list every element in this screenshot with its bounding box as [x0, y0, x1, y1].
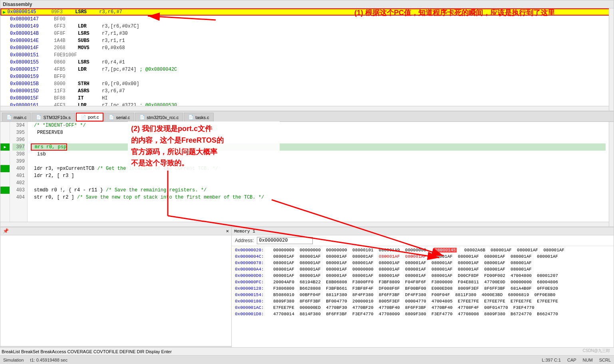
- code-line-398: isb: [31, 151, 606, 158]
- code-gutter: ▶: [0, 122, 10, 227]
- locals-panel: 📌 ✕ 📋 Call Stack + Locals 🗃 Memory 1: [0, 227, 232, 355]
- memory-row-5: 0x000000FC: 20004AF0 68194B22 E8B06808 F…: [235, 279, 610, 285]
- code-line-401: ldr r2, [ r3 ]: [31, 172, 606, 179]
- tab-stm32f10x-s[interactable]: 📄 STM32F10x.s: [32, 113, 75, 121]
- table-row[interactable]: 0x08000159 BFF0: [0, 73, 614, 80]
- status-time: t1: 0.45919488 sec: [30, 358, 68, 362]
- table-row[interactable]: 0x0800014B 0F8F LSRS r7,r1,#30: [0, 30, 614, 37]
- code-line-395: PRESERVE8: [31, 129, 606, 136]
- annotation-1: (1) 根据这个PC值，知道程序卡死的瞬间，应该是执行到了这里: [354, 8, 594, 18]
- tab-serial-c[interactable]: 📄 serial.c: [104, 113, 134, 121]
- table-row[interactable]: 0x0800014F 2068 MOVS r0,#0x68: [0, 44, 614, 52]
- tab-main-c[interactable]: 📄 main.c: [2, 113, 31, 121]
- table-row[interactable]: 0x0800015F BF88 IT HI: [0, 95, 614, 102]
- memory-row-7: 0x00000154: B5086010 00BFF04F 8811F380 8…: [235, 292, 610, 298]
- status-caps: CAP: [567, 358, 576, 362]
- disassembly-hscrollbar[interactable]: [0, 106, 609, 111]
- watermark: CSDN@九三郎: [583, 348, 610, 354]
- file-icon: 📄: [109, 115, 114, 120]
- code-line-403: stmdb r0 !, { r4 - r11 } /* Save the rem…: [31, 187, 606, 194]
- memory-content[interactable]: 0x00000020: 00000000 00000000 00000000 0…: [232, 246, 614, 355]
- status-simulation: Simulation: [3, 358, 24, 362]
- memory-address-input[interactable]: [257, 237, 313, 244]
- table-row[interactable]: 0x0800014E 1A4B SUBS r3,r1,r1: [0, 37, 614, 44]
- disasm-arrow: ▶: [3, 9, 6, 15]
- breaklist-text: BreakList BreakSet BreakAccess COVERAGE …: [2, 349, 172, 354]
- memory-row-9: 0x000001AC: E7FEE7FE 000000ED 4770BF30 4…: [235, 304, 610, 311]
- status-num: NUM: [583, 358, 593, 362]
- memory-panel: Memory 1 Address: 0x00000020: 00000000 0…: [232, 227, 614, 355]
- address-label: Address:: [235, 238, 254, 243]
- table-row[interactable]: 0x0800015D 11F3 ASRS r3,r6,#7: [0, 88, 614, 95]
- code-hscrollbar[interactable]: [0, 222, 609, 227]
- code-line-404: str r0, [ r2 ] /* Save the new top of st…: [31, 194, 606, 201]
- disassembly-vscrollbar[interactable]: [609, 8, 614, 111]
- file-icon: 📄: [36, 115, 42, 120]
- code-line-400: ldr r3, =pxCurrentTCB /* Get the locatio…: [31, 165, 606, 172]
- code-tab-bar: 📄 main.c 📄 STM32F10x.s 📄 port.c 📄 serial…: [0, 111, 614, 122]
- table-row[interactable]: 0x08000155 0860 LSRS r0,r4,#1: [0, 59, 614, 66]
- status-bar: Simulation t1: 0.45919488 sec L:397 C:1 …: [0, 355, 614, 364]
- disassembly-content[interactable]: ▶ 0x08000145 09F3 LSRS r3,r6,#7 0x080001…: [0, 8, 614, 111]
- bottom-area: 📌 ✕ 📋 Call Stack + Locals 🗃 Memory 1 Mem…: [0, 227, 614, 355]
- status-scrl: SCRL: [599, 358, 611, 362]
- close-icon[interactable]: ✕: [226, 228, 229, 234]
- annotation-2: (2) 我们发现是port.c文件的内容，这个是FreeRTOS的官方源码，所以…: [128, 121, 280, 171]
- memory-row-3: 0x000000A4: 080001AF 080001AF 080001AF 0…: [235, 266, 610, 273]
- memory-highlight-value: 08000145: [434, 248, 457, 253]
- file-icon: 📄: [81, 115, 86, 120]
- tab-stm32f10x-rcc-c[interactable]: 📄 stm32f10x_rcc.c: [135, 113, 183, 121]
- memory-address-bar: Address:: [232, 235, 614, 246]
- code-lines: /* *INDENT-OFF* */ PRESERVE8 mrs r0, psp…: [28, 122, 609, 227]
- status-location: L:397 C:1: [542, 358, 561, 362]
- code-content-area[interactable]: ▶ 394 395 396 397 398 399 400 401 402 40…: [0, 122, 614, 227]
- memory-row-0: 0x00000020: 00000000 00000000 00000000 0…: [235, 247, 610, 253]
- disassembly-titlebar: Disassembly: [0, 0, 614, 8]
- disassembly-title: Disassembly: [3, 2, 32, 7]
- disasm-mnem-0: LSRS: [75, 9, 99, 15]
- tab-port-c[interactable]: 📄 port.c: [76, 113, 104, 121]
- memory-titlebar: Memory 1: [232, 227, 614, 235]
- disasm-bytes-0: 09F3: [51, 9, 75, 15]
- code-line-396: [31, 136, 606, 143]
- breaklist-bar: BreakList BreakSet BreakAccess COVERAGE …: [0, 347, 614, 355]
- code-line-399: [31, 158, 606, 165]
- file-icon: 📄: [6, 115, 12, 120]
- table-row[interactable]: 0x08000157 4FB5 LDR r7,[pc,#724] ; @0x08…: [0, 66, 614, 73]
- table-row[interactable]: 0x08000149 6FF3 LDR r3,[r6,#0x7C]: [0, 23, 614, 30]
- memory-row-2: 0x00000078: 080001AF 080001AF 080001AF 0…: [235, 260, 610, 266]
- disasm-addr-0: 0x08000145: [7, 9, 51, 15]
- memory-row-6: 0x00000128: F3806800 B6628808 F3BFB661 F…: [235, 285, 610, 292]
- memory-title: Memory 1: [234, 229, 255, 234]
- memory-row-1: 0x0000004C: 080001AF 080001AF 080001AF 0…: [235, 253, 610, 260]
- code-panel: 📄 main.c 📄 STM32F10x.s 📄 port.c 📄 serial…: [0, 111, 614, 227]
- memory-row-8: 0x00000180: 8809F380 8F6FF3BF BF004770 2…: [235, 298, 610, 304]
- pin-icon: 📌: [3, 228, 9, 234]
- current-line-indicator: ▶: [0, 143, 10, 151]
- memory-row-10: 0x000001D8: 47708014 8814F380 8F6FF3BF F…: [235, 311, 610, 317]
- file-icon: 📄: [139, 115, 145, 120]
- tab-tasks-c[interactable]: 📄 tasks.c: [184, 113, 213, 121]
- code-vscrollbar[interactable]: [609, 122, 614, 227]
- line-numbers: 394 395 396 397 398 399 400 401 402 403 …: [10, 122, 28, 227]
- code-line-394: /* *INDENT-OFF* */: [31, 122, 606, 129]
- disasm-ops-0: r3,r6,#7: [99, 9, 122, 15]
- code-line-397: mrs r0, psp: [31, 143, 606, 151]
- table-row[interactable]: 0x0800015B 8000 STRH r0,[r0,#0x00]: [0, 80, 614, 88]
- memory-row-4: 0x000000D0: 000001AF 080001AF 080001AF 0…: [235, 273, 610, 279]
- locals-titlebar: 📌 ✕: [0, 227, 231, 235]
- table-row[interactable]: 0x08000151 F0E9100F: [0, 52, 614, 59]
- file-icon: 📄: [188, 115, 194, 120]
- code-line-402: [31, 179, 606, 187]
